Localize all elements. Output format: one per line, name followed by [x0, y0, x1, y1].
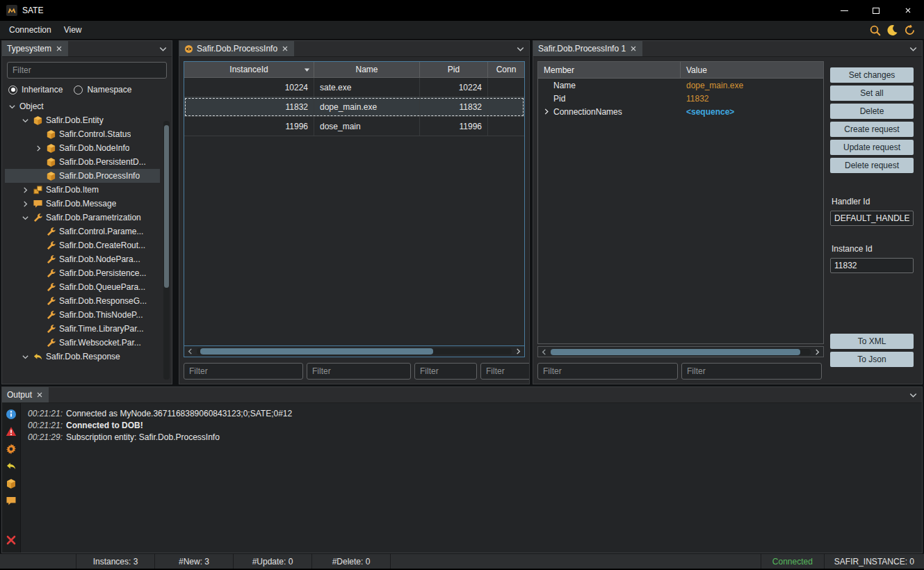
typesystem-filter-input[interactable]: [7, 62, 167, 79]
tree-item[interactable]: Safir.Dob.Response: [5, 350, 160, 364]
table-row[interactable]: 10224sate.exe10224: [184, 78, 524, 97]
tree-item[interactable]: Safir.Websocket.Par...: [5, 336, 160, 350]
tab-output[interactable]: Output: [2, 387, 49, 402]
table-row[interactable]: 11996dose_main11996: [184, 117, 524, 136]
minimize-button[interactable]: [828, 0, 860, 21]
tree-item[interactable]: Safir.Control.Parame...: [5, 225, 160, 238]
tab-processinfo-1[interactable]: Safir.Dob.ProcessInfo 1: [533, 41, 642, 56]
to-xml-button[interactable]: To XML: [830, 334, 914, 349]
filter-input[interactable]: [480, 363, 529, 380]
chevron-down-icon[interactable]: [21, 116, 30, 125]
tree-item[interactable]: Safir.Dob.ThisNodeP...: [5, 308, 160, 322]
scrollbar-thumb[interactable]: [551, 349, 800, 355]
to-json-button[interactable]: To Json: [830, 352, 914, 367]
settings-icon[interactable]: [6, 443, 17, 455]
scroll-left-arrow-icon[interactable]: [186, 347, 195, 356]
vertical-scrollbar[interactable]: [163, 121, 170, 380]
filter-input[interactable]: [307, 363, 411, 380]
member-row[interactable]: Namedope_main.exe: [538, 79, 823, 92]
chevron-right-icon[interactable]: [21, 200, 30, 209]
radio-namespace[interactable]: Namespace: [74, 85, 131, 95]
create-request-button[interactable]: Create request: [830, 122, 914, 137]
panel-menu-chevron-icon[interactable]: [908, 390, 918, 400]
member-row[interactable]: Pid11832: [538, 92, 823, 105]
filter-input[interactable]: [537, 363, 678, 380]
tree-item[interactable]: Safir.Dob.ResponseG...: [5, 294, 160, 308]
set-changes-button[interactable]: Set changes: [830, 67, 914, 83]
tree-item[interactable]: Safir.Dob.Persistence...: [5, 266, 160, 280]
warning-icon[interactable]: [6, 426, 17, 437]
tree-item[interactable]: Safir.Dob.NodeInfo: [5, 141, 160, 155]
menu-connection[interactable]: Connection: [3, 21, 58, 39]
tab-close-icon[interactable]: [35, 391, 44, 399]
tab-typesystem[interactable]: Typesystem: [2, 41, 68, 56]
comment-icon[interactable]: [6, 496, 17, 507]
menu-view[interactable]: View: [58, 21, 88, 39]
panel-menu-chevron-icon[interactable]: [908, 44, 918, 54]
tree-item[interactable]: Object: [5, 99, 160, 113]
param-icon: [46, 324, 56, 334]
panel-menu-chevron-icon[interactable]: [515, 44, 526, 54]
update-request-button[interactable]: Update request: [830, 140, 914, 155]
tree-item[interactable]: Safir.Dob.Parametrization: [5, 211, 160, 225]
filter-input[interactable]: [681, 363, 822, 380]
column-header-name[interactable]: Name: [314, 62, 420, 77]
tree-item[interactable]: Safir.Dob.PersistentD...: [5, 155, 160, 169]
tab-close-icon[interactable]: [281, 44, 289, 53]
chevron-down-icon[interactable]: [8, 102, 17, 111]
tab-processinfo[interactable]: Safir.Dob.ProcessInfo: [179, 41, 294, 56]
tree-item[interactable]: Safir.Dob.NodePara...: [5, 252, 160, 266]
filter-input[interactable]: [184, 363, 303, 380]
param-icon: [46, 268, 56, 279]
reset-layout-icon[interactable]: [904, 24, 916, 36]
tree-item[interactable]: Safir.Dob.CreateRout...: [5, 238, 160, 252]
handler-id-input[interactable]: [830, 211, 914, 226]
info-icon[interactable]: [6, 409, 17, 420]
scrollbar-track[interactable]: [551, 349, 811, 355]
tab-close-icon[interactable]: [55, 44, 63, 53]
set-all-button[interactable]: Set all: [830, 86, 914, 101]
chevron-right-icon[interactable]: [21, 186, 30, 195]
chevron-right-icon[interactable]: [34, 144, 43, 153]
horizontal-scrollbar[interactable]: [537, 346, 824, 357]
tree-item[interactable]: Safir.Time.LibraryPar...: [5, 322, 160, 336]
member-row[interactable]: ConnectionNames<sequence>: [538, 105, 823, 118]
column-header-instanceid[interactable]: InstanceId: [184, 62, 314, 77]
tree-item-label: Safir.Dob.Parametrization: [46, 213, 141, 222]
tab-close-icon[interactable]: [629, 44, 638, 53]
tree-item[interactable]: Safir.Dob.ProcessInfo: [5, 169, 160, 183]
column-header-pid[interactable]: Pid: [420, 62, 488, 77]
filter-input[interactable]: [414, 363, 477, 380]
tree-item[interactable]: Safir.Dob.Item: [5, 183, 160, 197]
column-header-value[interactable]: Value: [681, 62, 823, 78]
undo-icon[interactable]: [6, 461, 17, 472]
chevron-right-icon[interactable]: [542, 107, 551, 116]
chevron-down-icon[interactable]: [21, 352, 30, 361]
package-icon[interactable]: [6, 478, 17, 489]
clear-icon[interactable]: [6, 535, 17, 546]
column-header-member[interactable]: Member: [538, 62, 681, 78]
instance-id-input[interactable]: [830, 258, 914, 273]
tree-item[interactable]: Safir.Control.Status: [5, 127, 160, 141]
tree-item[interactable]: Safir.Dob.Entity: [5, 113, 160, 127]
scroll-right-arrow-icon[interactable]: [514, 347, 523, 356]
scrollbar-thumb[interactable]: [200, 348, 433, 355]
maximize-button[interactable]: [860, 0, 892, 21]
tree-item[interactable]: Safir.Dob.QueuePara...: [5, 280, 160, 294]
scrollbar-thumb[interactable]: [164, 125, 169, 288]
delete-button[interactable]: Delete: [830, 104, 914, 119]
search-icon[interactable]: [869, 24, 881, 36]
radio-inheritance[interactable]: Inheritance: [8, 85, 63, 95]
theme-moon-icon[interactable]: [886, 24, 898, 36]
tree-item[interactable]: Safir.Dob.Message: [5, 197, 160, 211]
table-row[interactable]: 11832dope_main.exe11832: [184, 97, 524, 117]
scroll-right-arrow-icon[interactable]: [813, 348, 822, 357]
column-header-conn[interactable]: Conn: [488, 62, 524, 77]
scrollbar-track[interactable]: [197, 348, 512, 355]
panel-menu-chevron-icon[interactable]: [158, 44, 168, 54]
close-button[interactable]: [892, 0, 924, 21]
chevron-down-icon[interactable]: [21, 213, 30, 222]
scroll-left-arrow-icon[interactable]: [540, 348, 549, 357]
horizontal-scrollbar[interactable]: [184, 346, 525, 357]
delete-request-button[interactable]: Delete request: [830, 158, 914, 173]
